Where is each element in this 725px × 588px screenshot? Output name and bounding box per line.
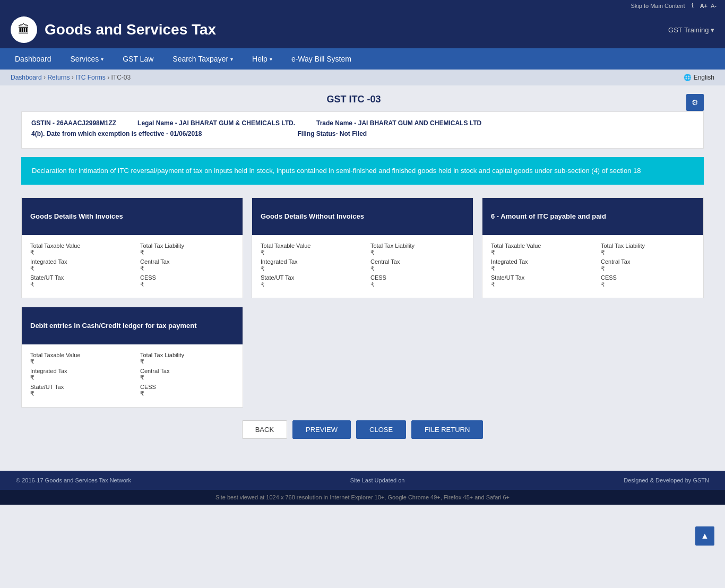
sut-col: State/UT Tax ₹ bbox=[261, 274, 355, 288]
field-row-1: Total Taxable Value ₹ Total Tax Liabilit… bbox=[30, 243, 234, 256]
filing-label: Filing Status- bbox=[297, 130, 338, 137]
card-goods-without-invoices-header: Goods Details Without Invoices bbox=[252, 198, 473, 235]
state-ut-tax-col: State/UT Tax ₹ bbox=[30, 274, 124, 288]
search-taxpayer-arrow: ▾ bbox=[230, 56, 233, 62]
close-button[interactable]: CLOSE bbox=[356, 420, 406, 439]
cess2-col: CESS ₹ bbox=[370, 274, 464, 288]
header: 🏛 Goods and Services Tax GST Training ▾ bbox=[0, 11, 725, 48]
breadcrumb-current: ITC-03 bbox=[111, 74, 131, 81]
card-debit-entries-body: Total Taxable Value ₹ Total Tax Liabilit… bbox=[22, 344, 243, 407]
copyright: © 2016-17 Goods and Services Tax Network bbox=[16, 477, 131, 483]
nav-eway[interactable]: e-Way Bill System bbox=[282, 48, 361, 70]
empty-col-1 bbox=[252, 307, 473, 408]
last-updated: Site Last Updated on bbox=[350, 477, 405, 483]
preview-button[interactable]: PREVIEW bbox=[292, 420, 351, 439]
trade-name-label: Trade Name - bbox=[316, 119, 356, 127]
government-logo: 🏛 bbox=[11, 16, 37, 43]
gstin-label: GSTIN - bbox=[31, 119, 55, 127]
breadcrumb: Dashboard › Returns › ITC Forms › ITC-03 bbox=[11, 74, 131, 81]
page-title: GST ITC -03 bbox=[21, 94, 704, 105]
declaration-banner: Declaration for intimation of ITC revers… bbox=[21, 157, 704, 185]
ttv-col: Total Taxable Value ₹ bbox=[261, 243, 355, 256]
settings-button[interactable]: ⚙ bbox=[686, 94, 704, 111]
designed-by: Designed & Developed by GSTN bbox=[624, 477, 709, 483]
card-goods-without-invoices: Goods Details Without Invoices Total Tax… bbox=[252, 197, 473, 298]
footer-bottom: Site best viewed at 1024 x 768 resolutio… bbox=[0, 490, 725, 505]
font-decrease[interactable]: A- bbox=[711, 3, 717, 9]
total-tax-liability-col: Total Tax Liability ₹ bbox=[140, 243, 234, 256]
nav-help[interactable]: Help ▾ bbox=[243, 48, 282, 70]
breadcrumb-itc-forms[interactable]: ITC Forms bbox=[75, 74, 106, 81]
field-row-2: Integrated Tax ₹ Central Tax ₹ bbox=[30, 258, 234, 272]
breadcrumb-dashboard[interactable]: Dashboard bbox=[11, 74, 42, 81]
it-col: Integrated Tax ₹ bbox=[261, 258, 355, 272]
font-controls: A+ A- bbox=[700, 3, 717, 9]
legal-name-value: JAI BHARAT GUM & CHEMICALS LTD. bbox=[179, 119, 295, 127]
filing-value: Not Filed bbox=[340, 130, 367, 137]
main-content: ⚙ GST ITC -03 GSTIN - 26AAACJ2998M1ZZ Le… bbox=[0, 85, 725, 471]
date-value: 01/06/2018 bbox=[170, 130, 202, 137]
help-arrow: ▾ bbox=[270, 56, 272, 62]
gstin-value: 26AAACJ2998M1ZZ bbox=[56, 119, 116, 127]
font-increase[interactable]: A+ bbox=[700, 3, 707, 9]
empty-col-2 bbox=[482, 307, 704, 408]
legal-name-label: Legal Name - bbox=[137, 119, 177, 127]
language-label: English bbox=[694, 74, 714, 81]
trade-name-value: JAI BHARAT GUM AND CHEMICALS LTD bbox=[358, 119, 481, 127]
back-button[interactable]: BACK bbox=[242, 420, 287, 439]
user-menu[interactable]: GST Training ▾ bbox=[668, 26, 714, 34]
info-icon[interactable]: ℹ bbox=[692, 2, 694, 9]
cards-grid-row2: Debit entries in Cash/Credit ledger for … bbox=[21, 307, 704, 408]
trade-name-info: Trade Name - JAI BHARAT GUM AND CHEMICAL… bbox=[316, 119, 481, 127]
filing-status-info: Filing Status- Not Filed bbox=[297, 130, 367, 137]
breadcrumb-returns[interactable]: Returns bbox=[47, 74, 70, 81]
info-row-1: GSTIN - 26AAACJ2998M1ZZ Legal Name - JAI… bbox=[31, 119, 694, 127]
central-tax-col: Central Tax ₹ bbox=[140, 258, 234, 272]
field-row-3: State/UT Tax ₹ CESS ₹ bbox=[30, 274, 234, 288]
gstin-info: GSTIN - 26AAACJ2998M1ZZ bbox=[31, 119, 116, 127]
nav-services[interactable]: Services ▾ bbox=[61, 48, 114, 70]
cess-col: CESS ₹ bbox=[140, 274, 234, 288]
card-goods-with-invoices: Goods Details With Invoices Total Taxabl… bbox=[21, 197, 243, 298]
card-goods-with-invoices-header: Goods Details With Invoices bbox=[22, 198, 243, 235]
card-goods-without-invoices-body: Total Taxable Value ₹ Total Tax Liabilit… bbox=[252, 235, 473, 298]
header-left: 🏛 Goods and Services Tax bbox=[11, 16, 216, 43]
ttl-col: Total Tax Liability ₹ bbox=[370, 243, 464, 256]
date-label: 4(b). Date from which exemption is effec… bbox=[31, 130, 168, 137]
nav-gst-law[interactable]: GST Law bbox=[113, 48, 163, 70]
cards-grid-row1: Goods Details With Invoices Total Taxabl… bbox=[21, 197, 704, 298]
language-selector[interactable]: 🌐 English bbox=[684, 74, 714, 81]
services-arrow: ▾ bbox=[101, 56, 103, 62]
file-return-button[interactable]: FILE RETURN bbox=[411, 420, 483, 439]
card-itc-payable-header: 6 - Amount of ITC payable and paid bbox=[482, 198, 703, 235]
button-bar: BACK PREVIEW CLOSE FILE RETURN bbox=[21, 420, 704, 439]
card-debit-entries: Debit entries in Cash/Credit ledger for … bbox=[21, 307, 243, 408]
nav-dashboard[interactable]: Dashboard bbox=[5, 48, 61, 70]
footer-main: © 2016-17 Goods and Services Tax Network… bbox=[0, 471, 725, 490]
date-info: 4(b). Date from which exemption is effec… bbox=[31, 130, 202, 137]
info-card: GSTIN - 26AAACJ2998M1ZZ Legal Name - JAI… bbox=[21, 111, 704, 149]
card-itc-payable: 6 - Amount of ITC payable and paid Total… bbox=[482, 197, 704, 298]
main-nav: Dashboard Services ▾ GST Law Search Taxp… bbox=[0, 48, 725, 70]
card-itc-payable-body: Total Taxable Value ₹ Total Tax Liabilit… bbox=[482, 235, 703, 298]
card-debit-entries-header: Debit entries in Cash/Credit ledger for … bbox=[22, 307, 243, 344]
total-taxable-value-col: Total Taxable Value ₹ bbox=[30, 243, 124, 256]
breadcrumb-bar: Dashboard › Returns › ITC Forms › ITC-03… bbox=[0, 70, 725, 85]
ct-col: Central Tax ₹ bbox=[370, 258, 464, 272]
info-row-2: 4(b). Date from which exemption is effec… bbox=[31, 130, 694, 137]
integrated-tax-col: Integrated Tax ₹ bbox=[30, 258, 124, 272]
card-goods-with-invoices-body: Total Taxable Value ₹ Total Tax Liabilit… bbox=[22, 235, 243, 298]
nav-search-taxpayer[interactable]: Search Taxpayer ▾ bbox=[163, 48, 243, 70]
logo-icon: 🏛 bbox=[18, 23, 30, 37]
skip-main-content[interactable]: Skip to Main Content bbox=[631, 3, 685, 9]
site-title: Goods and Services Tax bbox=[45, 21, 216, 38]
declaration-text: Declaration for intimation of ITC revers… bbox=[32, 167, 641, 175]
footer-bottom-text: Site best viewed at 1024 x 768 resolutio… bbox=[215, 494, 510, 500]
globe-icon: 🌐 bbox=[684, 74, 692, 81]
top-bar: Skip to Main Content ℹ A+ A- bbox=[0, 0, 725, 11]
legal-name-info: Legal Name - JAI BHARAT GUM & CHEMICALS … bbox=[137, 119, 295, 127]
